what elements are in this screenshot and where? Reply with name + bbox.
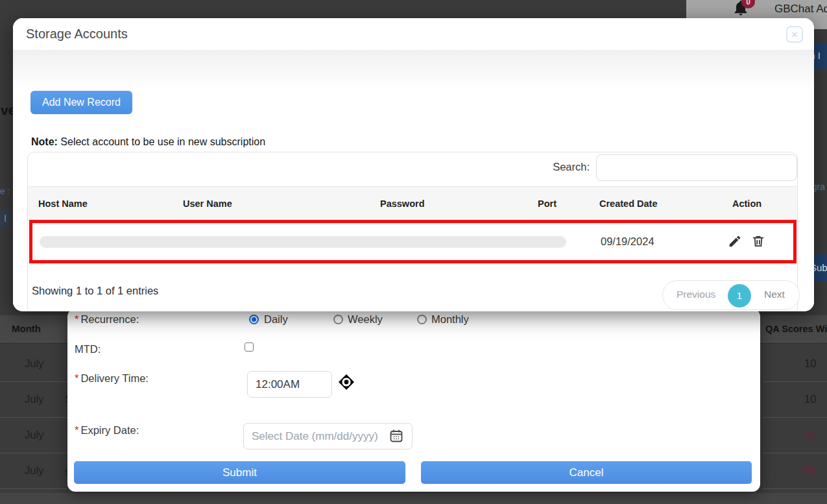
- recurrence-label: *Recurrence:: [75, 313, 139, 326]
- bg-qa-value: 10: [804, 393, 816, 405]
- bg-month-cell: July: [25, 393, 43, 405]
- delete-trash-icon[interactable]: [751, 234, 765, 248]
- note-text: Note: Select account to be use in new su…: [31, 136, 265, 148]
- table-header-row: Host Name User Name Password Port Create…: [28, 186, 797, 220]
- storage-accounts-modal: Storage Accounts ✕ Add New Record Note: …: [13, 18, 814, 311]
- modal-header: Storage Accounts ✕: [13, 18, 814, 51]
- pagination-previous[interactable]: Previous: [677, 289, 715, 300]
- pagination: Previous 1 Next: [662, 280, 800, 310]
- required-mark: *: [75, 372, 78, 384]
- radio-weekly[interactable]: [333, 315, 343, 324]
- delivery-time-input[interactable]: [247, 371, 332, 398]
- radio-monthly[interactable]: [417, 315, 427, 324]
- redacted-account-data: [40, 236, 566, 248]
- expiry-date-input[interactable]: [243, 423, 413, 450]
- col-user-name[interactable]: User Name: [183, 187, 232, 221]
- expiry-date-label: *Expiry Date:: [75, 424, 139, 437]
- bg-month-cell: July: [25, 357, 43, 370]
- time-picker-icon[interactable]: [337, 373, 355, 391]
- required-mark: *: [75, 313, 78, 325]
- col-created-date[interactable]: Created Date: [599, 187, 657, 221]
- bg-table-qa-header: QA Scores Wi: [765, 324, 827, 334]
- search-input[interactable]: [596, 154, 797, 181]
- col-action[interactable]: Action: [732, 187, 761, 221]
- col-port[interactable]: Port: [538, 187, 557, 221]
- background-link-fragment-left: e : o: [0, 186, 10, 196]
- close-icon[interactable]: ✕: [786, 26, 803, 43]
- col-password[interactable]: Password: [380, 187, 425, 221]
- bg-qa-value: 60: [804, 429, 816, 441]
- bg-table-qa-header-cell: QA Scores Wi: [760, 315, 827, 344]
- bg-qa-value: 10: [804, 357, 816, 370]
- radio-weekly-label[interactable]: Weekly: [348, 313, 383, 326]
- delivery-time-label: *Delivery Time:: [75, 372, 149, 385]
- subscription-form-modal: *Recurrence: Daily Weekly Monthly MTD: *…: [67, 309, 760, 492]
- bg-month-cell: July: [25, 429, 43, 441]
- calendar-icon[interactable]: [389, 428, 404, 444]
- background-bottom-band: [0, 493, 827, 504]
- radio-daily[interactable]: [249, 315, 259, 324]
- accounts-table-card: Search: Host Name User Name Password Por…: [27, 152, 798, 311]
- bg-month-cell: July: [25, 464, 43, 477]
- search-label: Search:: [482, 161, 590, 173]
- modal-body: Add New Record Note: Select account to b…: [13, 51, 814, 311]
- bg-table-month-header: Month: [12, 323, 41, 334]
- app-name-fragment: GBChat Ad: [774, 3, 827, 16]
- bg-table-month-header-cell: Month: [0, 315, 71, 344]
- background-pill-fragment: l: [0, 209, 10, 228]
- modal-title: Storage Accounts: [26, 27, 128, 42]
- table-info-text: Showing 1 to 1 of 1 entries: [32, 285, 158, 297]
- cancel-button[interactable]: Cancel: [421, 461, 752, 484]
- required-mark: *: [75, 424, 78, 436]
- pagination-page-1[interactable]: 1: [728, 284, 751, 307]
- pagination-next[interactable]: Next: [764, 289, 785, 300]
- col-host-name[interactable]: Host Name: [38, 187, 88, 221]
- radio-daily-label[interactable]: Daily: [264, 313, 288, 326]
- mtd-label: MTD:: [75, 343, 101, 355]
- mtd-checkbox[interactable]: [245, 342, 254, 352]
- add-new-record-button[interactable]: Add New Record: [30, 91, 132, 114]
- submit-button[interactable]: Submit: [74, 461, 405, 484]
- table-row[interactable]: 09/19/2024: [29, 220, 797, 263]
- created-date-cell: 09/19/2024: [601, 235, 654, 248]
- radio-monthly-label[interactable]: Monthly: [431, 313, 469, 326]
- edit-pencil-icon[interactable]: [728, 234, 742, 248]
- bg-qa-value: 58.: [803, 464, 818, 477]
